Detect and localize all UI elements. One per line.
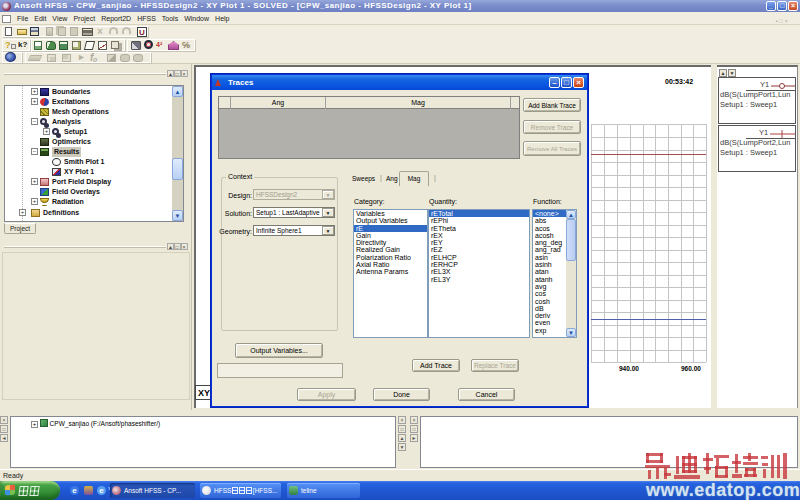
svg-text:940.00: 940.00	[619, 365, 639, 372]
svg-text:960.00: 960.00	[681, 365, 701, 372]
svg-text:00:53:42: 00:53:42	[665, 78, 693, 85]
